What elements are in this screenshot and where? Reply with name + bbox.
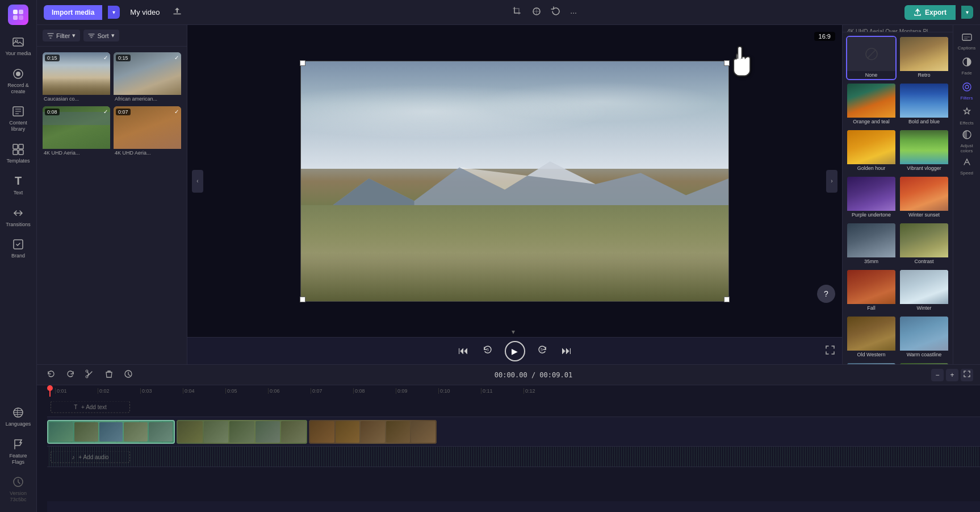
filter-ex2-thumb: [900, 363, 948, 364]
handle-bottom-left[interactable]: [300, 297, 305, 302]
mark-4: 0:04: [183, 388, 225, 394]
filter-none[interactable]: None: [846, 36, 897, 80]
media-item-1[interactable]: 0:15 African american... ✓: [114, 52, 181, 103]
more-tools-button[interactable]: ···: [568, 6, 579, 19]
filter-ws-label: Winter sunset: [900, 211, 948, 219]
handle-top-right[interactable]: [724, 60, 730, 66]
project-title[interactable]: My video: [125, 6, 164, 19]
skip-back-button[interactable]: ⏮: [456, 343, 471, 359]
mark-5: 0:05: [225, 388, 268, 394]
export-button[interactable]: Export: [904, 5, 956, 20]
more-timeline-button[interactable]: [121, 368, 136, 382]
fit-timeline-button[interactable]: [961, 369, 973, 381]
content-row: Filter Sort 0:1: [37, 25, 980, 364]
collapse-left-button[interactable]: ‹: [192, 170, 203, 193]
crop-tool-button[interactable]: [510, 4, 525, 20]
handle-top-left[interactable]: [300, 60, 305, 66]
sidebar-item-your-media[interactable]: Your media: [2, 31, 35, 61]
fade-button[interactable]: Fade: [956, 55, 978, 77]
media-item-0[interactable]: 0:15 Caucasian co... ✓: [43, 52, 110, 103]
filter-winter[interactable]: Winter: [899, 269, 949, 313]
filter-fall[interactable]: Fall: [846, 269, 897, 313]
color-tool-button[interactable]: [529, 4, 544, 20]
mark-2: 0:02: [98, 388, 140, 394]
svg-rect-12: [19, 150, 23, 155]
video-clip-1[interactable]: [177, 420, 307, 444]
filter-35mm[interactable]: 35mm: [846, 222, 897, 267]
zoom-in-button[interactable]: +: [946, 369, 958, 381]
filters-button-right[interactable]: Filters: [956, 80, 978, 102]
filter-bold-blue[interactable]: Bold and blue: [899, 82, 949, 127]
sidebar-item-languages[interactable]: Languages: [2, 401, 35, 432]
filter-vibrant-vlogger[interactable]: Vibrant vlogger: [899, 129, 949, 173]
sidebar-item-content-library[interactable]: Content library: [2, 100, 35, 137]
duration-2: 0:08: [45, 109, 60, 115]
undo-button[interactable]: [44, 368, 58, 382]
ruler-marks: 0:01 0:02 0:03 0:04 0:05 0:06 0:07 0:08 …: [49, 388, 980, 394]
fullscreen-button[interactable]: [825, 345, 835, 357]
duration-3: 0:07: [116, 109, 131, 115]
filter-warm-coastline[interactable]: Warm coastline: [899, 315, 949, 360]
sidebar-item-templates[interactable]: Templates: [2, 138, 35, 169]
filter-golden-hour[interactable]: Golden hour: [846, 129, 897, 173]
cut-button[interactable]: [82, 368, 97, 382]
sidebar-item-feature-flags[interactable]: Feature Flags: [2, 433, 35, 470]
sidebar-item-text[interactable]: T Text: [2, 170, 35, 201]
media-panel: Filter Sort 0:1: [37, 25, 187, 364]
filters-panel: 4K UHD Aerial Over Montana Pl... None: [842, 25, 953, 364]
import-arrow-button[interactable]: ▾: [108, 6, 120, 19]
filter-contrast[interactable]: Contrast: [899, 222, 949, 267]
duration-1: 0:15: [116, 55, 131, 61]
filter-orange-teal[interactable]: Orange and teal: [846, 82, 897, 127]
duration-0: 0:15: [45, 55, 60, 61]
video-clip-2[interactable]: [309, 420, 437, 444]
video-clip-0[interactable]: ⏸: [47, 420, 175, 444]
filter-vv-label: Vibrant vlogger: [900, 164, 948, 172]
play-button[interactable]: ▶: [505, 341, 525, 361]
sidebar-item-brand[interactable]: Brand: [2, 233, 35, 264]
media-toolbar: Filter Sort: [37, 25, 187, 47]
effects-icon: [961, 106, 973, 119]
adjust-colors-icon: [961, 129, 973, 142]
playhead[interactable]: [49, 385, 51, 397]
scroll-down-button[interactable]: ▾: [512, 328, 515, 336]
save-icon-button[interactable]: [170, 4, 185, 20]
track-gutter: [37, 385, 47, 512]
filter-old-western[interactable]: Old Western: [846, 315, 897, 360]
filter-purple-undertone[interactable]: Purple undertone: [846, 176, 897, 220]
svg-rect-4: [13, 38, 23, 46]
captions-button[interactable]: Captions: [956, 30, 978, 52]
add-text-button[interactable]: T + Add text: [51, 401, 130, 413]
filter-none-label: None: [847, 71, 895, 79]
skip-forward-button[interactable]: ⏭: [559, 343, 574, 359]
sidebar-item-transitions[interactable]: Transitions: [2, 202, 35, 232]
content-library-icon: [11, 105, 25, 118]
export-arrow-button[interactable]: ▾: [961, 6, 973, 19]
expand-right-button[interactable]: ›: [826, 170, 837, 193]
media-item-2[interactable]: 0:08 4K UHD Aeria... ✓: [43, 106, 110, 157]
filter-winter-sunset[interactable]: Winter sunset: [899, 176, 949, 220]
sidebar-item-record-create[interactable]: Record & create: [2, 63, 35, 99]
help-button[interactable]: ?: [817, 285, 835, 303]
media-item-3[interactable]: 0:07 4K UHD Aeria... ✓: [114, 106, 181, 157]
rotate-tool-button[interactable]: [548, 4, 563, 20]
filter-button[interactable]: Filter: [43, 30, 80, 41]
timeline-tracks: 0:01 0:02 0:03 0:04 0:05 0:06 0:07 0:08 …: [47, 385, 980, 512]
effects-button[interactable]: Effects: [956, 105, 978, 127]
filter-extra-2[interactable]: [899, 362, 949, 364]
mark-1: 0:01: [55, 388, 98, 394]
filter-retro[interactable]: Retro: [899, 36, 949, 80]
filters-label-right: Filters: [961, 95, 973, 101]
zoom-out-button[interactable]: −: [931, 369, 944, 381]
replay-5-button[interactable]: 5: [480, 342, 496, 360]
sort-button[interactable]: Sort: [83, 30, 119, 41]
adjust-colors-button[interactable]: Adjust colors: [956, 130, 978, 152]
redo-button[interactable]: [63, 368, 78, 382]
forward-5-button[interactable]: 5: [534, 342, 550, 360]
delete-button[interactable]: [102, 368, 116, 382]
handle-bottom-right[interactable]: [724, 297, 730, 302]
import-button[interactable]: Import media: [44, 5, 102, 20]
media-check-2: ✓: [103, 109, 108, 115]
speed-button[interactable]: Speed: [956, 155, 978, 177]
filter-extra-1[interactable]: [846, 362, 897, 364]
